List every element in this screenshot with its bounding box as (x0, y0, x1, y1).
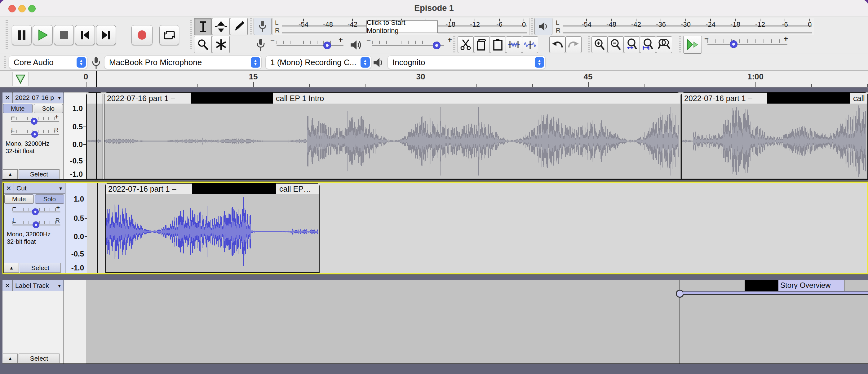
track-1-pan-thumb[interactable] (31, 131, 38, 138)
track-1-vertical-scale[interactable]: 1.00.50.0-0.5-1.0 (64, 92, 87, 179)
undo-button[interactable] (549, 36, 565, 53)
clip-title-bar[interactable]: 2022-07-16 part 1 – call (682, 93, 867, 103)
track-1-pan-slider[interactable] (11, 128, 59, 139)
amplitude-scale-tick (85, 236, 87, 237)
track-2-gain-slider[interactable] (12, 205, 60, 216)
silence-audio-button[interactable] (522, 36, 538, 53)
recording-device-dropdown[interactable]: MacBook Pro Microphone ▲▼ (104, 56, 261, 69)
clip-waveform-area[interactable] (682, 103, 867, 179)
fit-project-button[interactable] (640, 36, 656, 53)
loop-button[interactable] (159, 25, 179, 45)
record-volume-minus: − (270, 36, 275, 44)
clip-title-bar[interactable]: 2022-07-16 part 1 – call EP… (106, 184, 319, 194)
track-1-gain-slider[interactable] (11, 115, 59, 126)
label-track-content[interactable]: Story Overview (86, 280, 868, 364)
track-1-close-button[interactable]: ✕ (2, 92, 13, 103)
paste-button[interactable] (490, 36, 506, 53)
trim-audio-button[interactable] (506, 36, 522, 53)
track-2-pan-thumb[interactable] (33, 221, 39, 228)
label-handle[interactable] (676, 290, 684, 298)
track-1-content[interactable]: 2022-07-16 part 1 – call EP 1 Intro2022-… (86, 92, 868, 179)
play-speed-thumb[interactable] (730, 40, 738, 48)
track-2-content[interactable]: 2022-07-16 part 1 – call EP… (87, 183, 867, 273)
playback-volume-slider[interactable] (372, 37, 444, 53)
track-2-select-button[interactable]: Select (20, 263, 61, 273)
track-2-vertical-scale[interactable]: 1.00.50.0-0.5-1.0 (65, 183, 88, 273)
play-at-speed-button[interactable] (683, 36, 702, 54)
label-track-collapse-button[interactable]: ▲ (3, 353, 18, 363)
monitoring-tooltip[interactable]: Click to Start Monitoring (366, 21, 438, 33)
record-volume-slider[interactable] (277, 37, 343, 53)
selection-tool-button[interactable] (194, 18, 212, 35)
copy-button[interactable] (474, 36, 490, 53)
label-track-select-button[interactable]: Select (19, 353, 60, 363)
draw-tool-button[interactable] (230, 18, 248, 35)
fit-selection-button[interactable] (624, 36, 640, 53)
track-2-solo-button[interactable]: Solo (35, 194, 64, 204)
recording-channels-dropdown[interactable]: 1 (Mono) Recording C... ▲▼ (266, 56, 371, 69)
label-track-name[interactable]: Label Track▼ (13, 280, 64, 291)
zoom-tool-button[interactable] (194, 36, 212, 53)
audio-host-dropdown[interactable]: Core Audio ▲▼ (9, 56, 87, 69)
draw-tool-icon (233, 21, 245, 33)
audio-clip[interactable]: 2022-07-16 part 1 – call EP 1 Intro (104, 92, 680, 179)
play-at-speed-grip[interactable] (679, 36, 681, 53)
zoom-in-button[interactable] (591, 36, 608, 53)
zoom-out-button[interactable] (608, 36, 624, 53)
record-meter-mic-button[interactable] (254, 18, 272, 35)
play-speed-slider[interactable] (707, 36, 787, 51)
recording-meter[interactable]: L R -54-48-42-36-30-24-18-12-60 Click to… (272, 18, 529, 35)
cut-button[interactable] (458, 36, 474, 53)
label-text-box[interactable]: Story Overview (745, 280, 844, 291)
playback-meter[interactable]: L R -54-48-42-36-30-24-18-12-60 (553, 18, 814, 35)
track-2-collapse-button[interactable]: ▲ (4, 263, 19, 273)
clip-title-bar[interactable] (87, 93, 103, 103)
track-1-name[interactable]: 2022-07-16 p▼ (13, 92, 64, 103)
meter-scale-label: -6 (782, 21, 788, 29)
clip-title-bar[interactable]: 2022-07-16 part 1 – call EP 1 Intro (104, 93, 680, 103)
playback-device-dropdown[interactable]: Incognito ▲▼ (388, 56, 546, 69)
track-2-name[interactable]: Cut▼ (14, 183, 65, 193)
device-toolbar-grip[interactable] (4, 57, 6, 68)
record-button[interactable] (131, 25, 153, 45)
track-2-pan-slider[interactable] (12, 218, 60, 229)
track-1-mute-button[interactable]: Mute (3, 104, 33, 113)
playback-volume-thumb[interactable] (433, 41, 440, 49)
audio-clip[interactable] (86, 92, 103, 179)
multi-tool-button[interactable] (212, 36, 230, 53)
stop-button[interactable] (54, 25, 74, 45)
record-volume-thumb[interactable] (323, 41, 331, 49)
zoom-toggle-button[interactable] (656, 36, 672, 53)
skip-to-start-button[interactable] (75, 25, 95, 45)
recording-channels-value: 1 (Mono) Recording C... (266, 58, 361, 67)
recording-meter-grip[interactable] (250, 18, 252, 35)
transport-toolbar-grip[interactable] (6, 20, 8, 50)
edit-toolbar-grip[interactable] (453, 36, 455, 53)
track-1-collapse-button[interactable]: ▲ (3, 169, 18, 179)
meter-scale-label: -12 (470, 21, 480, 29)
timeline-pin-button[interactable] (12, 72, 29, 86)
playback-meter-speaker-button[interactable] (534, 18, 552, 35)
ruler-tick (644, 84, 645, 87)
track-2-close-button[interactable]: ✕ (4, 183, 14, 193)
audio-clip[interactable]: 2022-07-16 part 1 – call EP… (105, 183, 320, 273)
redo-button[interactable] (565, 36, 582, 53)
clip-waveform-area[interactable] (106, 194, 319, 272)
play-button[interactable] (33, 25, 53, 45)
tools-toolbar-grip[interactable] (190, 20, 192, 50)
label-track-close-button[interactable]: ✕ (2, 280, 13, 291)
envelope-tool-button[interactable] (212, 18, 230, 35)
track-2-mute-button[interactable]: Mute (4, 194, 34, 204)
clip-waveform-area[interactable] (87, 103, 103, 179)
zoom-toolbar-grip[interactable] (588, 36, 590, 53)
track-1-gain-thumb[interactable] (31, 118, 37, 125)
pause-button[interactable] (12, 25, 32, 45)
playback-meter-grip[interactable] (531, 18, 533, 35)
timeline-ruler[interactable]: 01530451:00 (0, 71, 868, 88)
track-1-solo-button[interactable]: Solo (34, 104, 63, 113)
clip-waveform-area[interactable] (104, 103, 680, 179)
track-2-gain-thumb[interactable] (32, 209, 39, 215)
audio-clip[interactable]: 2022-07-16 part 1 – call (681, 92, 868, 179)
track-1-select-button[interactable]: Select (19, 169, 60, 179)
skip-to-end-button[interactable] (96, 25, 116, 45)
